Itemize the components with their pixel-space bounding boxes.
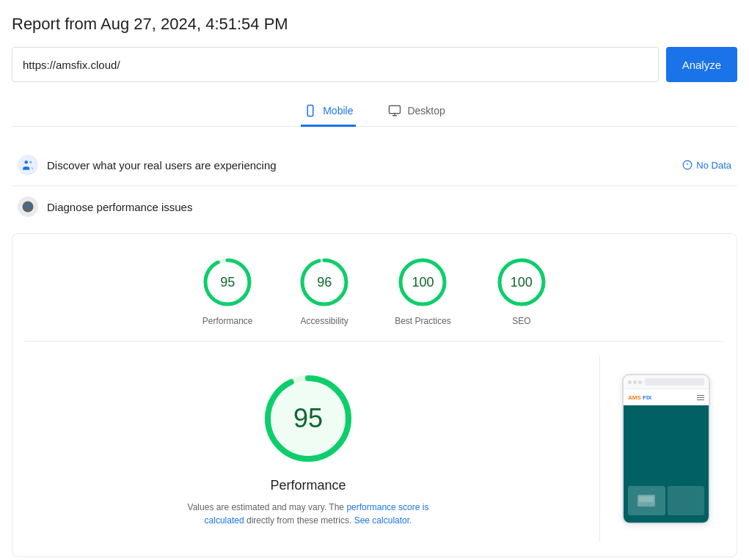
desktop-icon (388, 104, 401, 117)
phone-card-1 (628, 486, 665, 515)
svg-rect-23 (639, 496, 654, 502)
phone-menu-icon (697, 395, 704, 400)
menu-line-3 (697, 399, 704, 400)
url-bar-row: Analyze (12, 47, 737, 82)
report-title: Report from Aug 27, 2024, 4:51:54 PM (12, 15, 737, 34)
menu-line-2 (697, 397, 704, 398)
phone-header: AMS FIX (624, 389, 709, 405)
phone-mockup: AMS FIX (622, 374, 710, 524)
score-circle-best-practices: 100 (396, 256, 449, 309)
tabs-row: Mobile Desktop (12, 97, 737, 127)
score-label-accessibility: Accessibility (300, 316, 348, 326)
score-label-best-practices: Best Practices (395, 316, 451, 326)
real-users-icon (18, 155, 38, 175)
score-circle-accessibility: 96 (298, 256, 351, 309)
mobile-icon (304, 104, 317, 117)
score-number-best-practices: 100 (412, 275, 434, 290)
detail-right: AMS FIX (615, 356, 717, 542)
score-circle-performance: 95 (201, 256, 254, 309)
big-score-circle: 95 (260, 371, 356, 466)
no-data-link[interactable]: No Data (682, 160, 731, 171)
svg-point-11 (26, 205, 30, 209)
svg-rect-0 (307, 106, 313, 117)
phone-dot-3 (638, 380, 642, 384)
real-users-section: Discover what your real users are experi… (12, 144, 737, 186)
description-mid: directly from these metrics. (246, 515, 351, 526)
menu-line-1 (697, 395, 704, 396)
svg-point-5 (25, 161, 29, 164)
svg-rect-2 (390, 106, 401, 114)
phone-dots (628, 380, 642, 384)
phone-card-2 (668, 486, 705, 515)
calculator-link[interactable]: See calculator. (354, 515, 412, 526)
scores-divider (24, 341, 725, 342)
detail-description: Values are estimated and may vary. The p… (169, 501, 447, 527)
phone-content-cards (628, 486, 704, 515)
tab-desktop[interactable]: Desktop (385, 97, 447, 127)
score-best-practices[interactable]: 100 Best Practices (395, 256, 451, 326)
card-image-icon (637, 495, 655, 506)
url-input[interactable] (12, 47, 659, 82)
svg-point-6 (29, 161, 32, 163)
users-icon (21, 158, 34, 172)
score-label-performance: Performance (202, 316, 253, 326)
score-number-seo: 100 (511, 275, 533, 290)
tab-mobile[interactable]: Mobile (301, 97, 356, 127)
score-number-accessibility: 96 (317, 275, 332, 290)
detail-section: 95 Performance Values are estimated and … (24, 356, 725, 542)
score-seo[interactable]: 100 SEO (495, 256, 548, 326)
diagnose-icon (18, 196, 38, 217)
diagnose-section: Diagnose performance issues (12, 186, 737, 227)
phone-dot-1 (628, 380, 632, 384)
phone-url-bar (645, 378, 704, 386)
no-data-text: No Data (696, 160, 731, 171)
score-performance[interactable]: 95 Performance (201, 256, 254, 326)
score-accessibility[interactable]: 96 Accessibility (298, 256, 351, 326)
phone-logo: AMS FIX (628, 394, 651, 401)
info-icon (682, 160, 693, 170)
analyze-button[interactable]: Analyze (666, 47, 737, 82)
description-text: Values are estimated and may vary. The (188, 502, 344, 512)
score-label-seo: SEO (512, 316, 530, 326)
scores-row: 95 Performance 96 Accessibility (24, 256, 725, 326)
gauge-icon (21, 200, 34, 213)
tab-desktop-label: Desktop (407, 105, 445, 117)
real-users-label: Discover what your real users are experi… (47, 159, 673, 172)
big-score-number: 95 (293, 403, 323, 434)
page-container: Report from Aug 27, 2024, 4:51:54 PM Ana… (0, 0, 749, 560)
detail-title: Performance (270, 478, 346, 493)
phone-dot-2 (633, 380, 637, 384)
diagnose-label: Diagnose performance issues (47, 201, 731, 213)
score-number-performance: 95 (220, 275, 235, 290)
scores-panel: 95 Performance 96 Accessibility (12, 233, 737, 557)
tab-mobile-label: Mobile (323, 105, 353, 117)
detail-left: 95 Performance Values are estimated and … (32, 356, 585, 542)
score-circle-seo: 100 (495, 256, 548, 309)
detail-divider (599, 356, 600, 542)
phone-top-bar (624, 375, 709, 389)
phone-content (624, 405, 709, 523)
